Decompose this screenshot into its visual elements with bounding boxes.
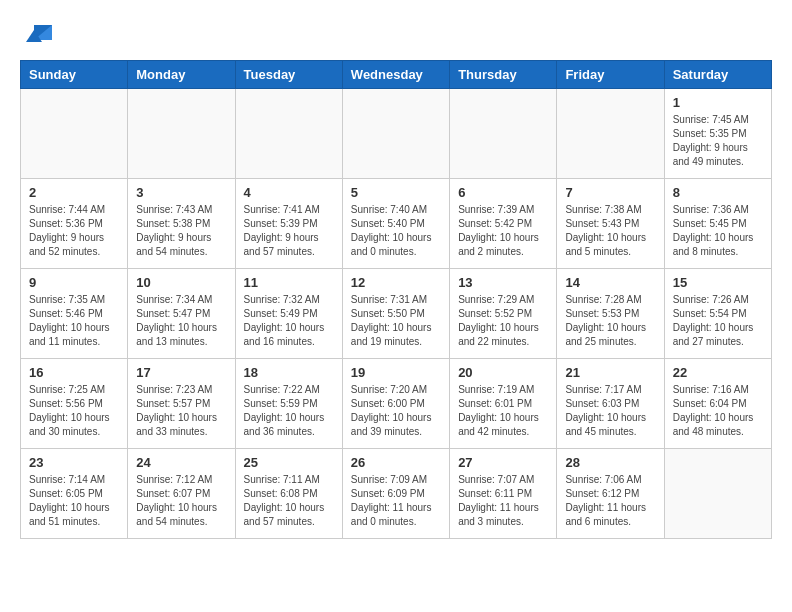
day-info: Sunrise: 7:28 AM Sunset: 5:53 PM Dayligh… — [565, 293, 655, 349]
day-number: 10 — [136, 275, 226, 290]
day-number: 15 — [673, 275, 763, 290]
day-info: Sunrise: 7:07 AM Sunset: 6:11 PM Dayligh… — [458, 473, 548, 529]
day-info: Sunrise: 7:36 AM Sunset: 5:45 PM Dayligh… — [673, 203, 763, 259]
day-info: Sunrise: 7:11 AM Sunset: 6:08 PM Dayligh… — [244, 473, 334, 529]
calendar-day: 22Sunrise: 7:16 AM Sunset: 6:04 PM Dayli… — [664, 359, 771, 449]
day-of-week-header: Saturday — [664, 61, 771, 89]
day-number: 8 — [673, 185, 763, 200]
day-info: Sunrise: 7:32 AM Sunset: 5:49 PM Dayligh… — [244, 293, 334, 349]
day-info: Sunrise: 7:43 AM Sunset: 5:38 PM Dayligh… — [136, 203, 226, 259]
calendar-day: 27Sunrise: 7:07 AM Sunset: 6:11 PM Dayli… — [450, 449, 557, 539]
calendar-day: 10Sunrise: 7:34 AM Sunset: 5:47 PM Dayli… — [128, 269, 235, 359]
day-info: Sunrise: 7:06 AM Sunset: 6:12 PM Dayligh… — [565, 473, 655, 529]
day-info: Sunrise: 7:16 AM Sunset: 6:04 PM Dayligh… — [673, 383, 763, 439]
day-info: Sunrise: 7:22 AM Sunset: 5:59 PM Dayligh… — [244, 383, 334, 439]
day-of-week-header: Monday — [128, 61, 235, 89]
calendar-day: 18Sunrise: 7:22 AM Sunset: 5:59 PM Dayli… — [235, 359, 342, 449]
logo — [20, 20, 54, 50]
day-number: 25 — [244, 455, 334, 470]
calendar-day: 24Sunrise: 7:12 AM Sunset: 6:07 PM Dayli… — [128, 449, 235, 539]
day-number: 4 — [244, 185, 334, 200]
day-info: Sunrise: 7:26 AM Sunset: 5:54 PM Dayligh… — [673, 293, 763, 349]
calendar-day — [235, 89, 342, 179]
day-number: 12 — [351, 275, 441, 290]
day-info: Sunrise: 7:38 AM Sunset: 5:43 PM Dayligh… — [565, 203, 655, 259]
calendar-day: 4Sunrise: 7:41 AM Sunset: 5:39 PM Daylig… — [235, 179, 342, 269]
day-info: Sunrise: 7:20 AM Sunset: 6:00 PM Dayligh… — [351, 383, 441, 439]
week-row: 2Sunrise: 7:44 AM Sunset: 5:36 PM Daylig… — [21, 179, 772, 269]
day-number: 11 — [244, 275, 334, 290]
calendar-day: 28Sunrise: 7:06 AM Sunset: 6:12 PM Dayli… — [557, 449, 664, 539]
day-number: 24 — [136, 455, 226, 470]
calendar-day — [342, 89, 449, 179]
calendar-day: 12Sunrise: 7:31 AM Sunset: 5:50 PM Dayli… — [342, 269, 449, 359]
day-number: 5 — [351, 185, 441, 200]
week-row: 16Sunrise: 7:25 AM Sunset: 5:56 PM Dayli… — [21, 359, 772, 449]
calendar-day: 9Sunrise: 7:35 AM Sunset: 5:46 PM Daylig… — [21, 269, 128, 359]
calendar-day — [664, 449, 771, 539]
calendar-day: 23Sunrise: 7:14 AM Sunset: 6:05 PM Dayli… — [21, 449, 128, 539]
day-info: Sunrise: 7:19 AM Sunset: 6:01 PM Dayligh… — [458, 383, 548, 439]
page-header — [20, 20, 772, 50]
day-number: 7 — [565, 185, 655, 200]
calendar-day — [557, 89, 664, 179]
day-info: Sunrise: 7:17 AM Sunset: 6:03 PM Dayligh… — [565, 383, 655, 439]
day-number: 3 — [136, 185, 226, 200]
week-row: 9Sunrise: 7:35 AM Sunset: 5:46 PM Daylig… — [21, 269, 772, 359]
day-number: 9 — [29, 275, 119, 290]
day-info: Sunrise: 7:40 AM Sunset: 5:40 PM Dayligh… — [351, 203, 441, 259]
calendar-day: 26Sunrise: 7:09 AM Sunset: 6:09 PM Dayli… — [342, 449, 449, 539]
day-number: 17 — [136, 365, 226, 380]
day-info: Sunrise: 7:29 AM Sunset: 5:52 PM Dayligh… — [458, 293, 548, 349]
calendar-day: 3Sunrise: 7:43 AM Sunset: 5:38 PM Daylig… — [128, 179, 235, 269]
calendar-day: 13Sunrise: 7:29 AM Sunset: 5:52 PM Dayli… — [450, 269, 557, 359]
day-info: Sunrise: 7:09 AM Sunset: 6:09 PM Dayligh… — [351, 473, 441, 529]
calendar-day — [21, 89, 128, 179]
day-info: Sunrise: 7:44 AM Sunset: 5:36 PM Dayligh… — [29, 203, 119, 259]
calendar-day: 15Sunrise: 7:26 AM Sunset: 5:54 PM Dayli… — [664, 269, 771, 359]
day-number: 22 — [673, 365, 763, 380]
day-of-week-header: Thursday — [450, 61, 557, 89]
day-info: Sunrise: 7:31 AM Sunset: 5:50 PM Dayligh… — [351, 293, 441, 349]
day-of-week-header: Tuesday — [235, 61, 342, 89]
day-info: Sunrise: 7:14 AM Sunset: 6:05 PM Dayligh… — [29, 473, 119, 529]
day-number: 28 — [565, 455, 655, 470]
day-number: 19 — [351, 365, 441, 380]
calendar-day: 17Sunrise: 7:23 AM Sunset: 5:57 PM Dayli… — [128, 359, 235, 449]
day-info: Sunrise: 7:12 AM Sunset: 6:07 PM Dayligh… — [136, 473, 226, 529]
day-number: 16 — [29, 365, 119, 380]
day-number: 27 — [458, 455, 548, 470]
day-number: 2 — [29, 185, 119, 200]
week-row: 1Sunrise: 7:45 AM Sunset: 5:35 PM Daylig… — [21, 89, 772, 179]
calendar-day: 11Sunrise: 7:32 AM Sunset: 5:49 PM Dayli… — [235, 269, 342, 359]
calendar-day: 7Sunrise: 7:38 AM Sunset: 5:43 PM Daylig… — [557, 179, 664, 269]
day-info: Sunrise: 7:35 AM Sunset: 5:46 PM Dayligh… — [29, 293, 119, 349]
calendar-day: 2Sunrise: 7:44 AM Sunset: 5:36 PM Daylig… — [21, 179, 128, 269]
week-row: 23Sunrise: 7:14 AM Sunset: 6:05 PM Dayli… — [21, 449, 772, 539]
calendar-day: 6Sunrise: 7:39 AM Sunset: 5:42 PM Daylig… — [450, 179, 557, 269]
day-number: 13 — [458, 275, 548, 290]
day-number: 26 — [351, 455, 441, 470]
day-number: 6 — [458, 185, 548, 200]
calendar-day: 1Sunrise: 7:45 AM Sunset: 5:35 PM Daylig… — [664, 89, 771, 179]
calendar-day — [128, 89, 235, 179]
day-number: 23 — [29, 455, 119, 470]
day-info: Sunrise: 7:34 AM Sunset: 5:47 PM Dayligh… — [136, 293, 226, 349]
calendar-day: 5Sunrise: 7:40 AM Sunset: 5:40 PM Daylig… — [342, 179, 449, 269]
day-info: Sunrise: 7:39 AM Sunset: 5:42 PM Dayligh… — [458, 203, 548, 259]
calendar: SundayMondayTuesdayWednesdayThursdayFrid… — [20, 60, 772, 539]
calendar-day: 20Sunrise: 7:19 AM Sunset: 6:01 PM Dayli… — [450, 359, 557, 449]
calendar-day: 14Sunrise: 7:28 AM Sunset: 5:53 PM Dayli… — [557, 269, 664, 359]
day-info: Sunrise: 7:23 AM Sunset: 5:57 PM Dayligh… — [136, 383, 226, 439]
day-number: 18 — [244, 365, 334, 380]
calendar-day: 8Sunrise: 7:36 AM Sunset: 5:45 PM Daylig… — [664, 179, 771, 269]
day-number: 1 — [673, 95, 763, 110]
calendar-day: 25Sunrise: 7:11 AM Sunset: 6:08 PM Dayli… — [235, 449, 342, 539]
day-info: Sunrise: 7:41 AM Sunset: 5:39 PM Dayligh… — [244, 203, 334, 259]
calendar-day: 19Sunrise: 7:20 AM Sunset: 6:00 PM Dayli… — [342, 359, 449, 449]
calendar-header-row: SundayMondayTuesdayWednesdayThursdayFrid… — [21, 61, 772, 89]
logo-icon — [24, 20, 54, 50]
calendar-day: 21Sunrise: 7:17 AM Sunset: 6:03 PM Dayli… — [557, 359, 664, 449]
day-of-week-header: Friday — [557, 61, 664, 89]
calendar-day: 16Sunrise: 7:25 AM Sunset: 5:56 PM Dayli… — [21, 359, 128, 449]
